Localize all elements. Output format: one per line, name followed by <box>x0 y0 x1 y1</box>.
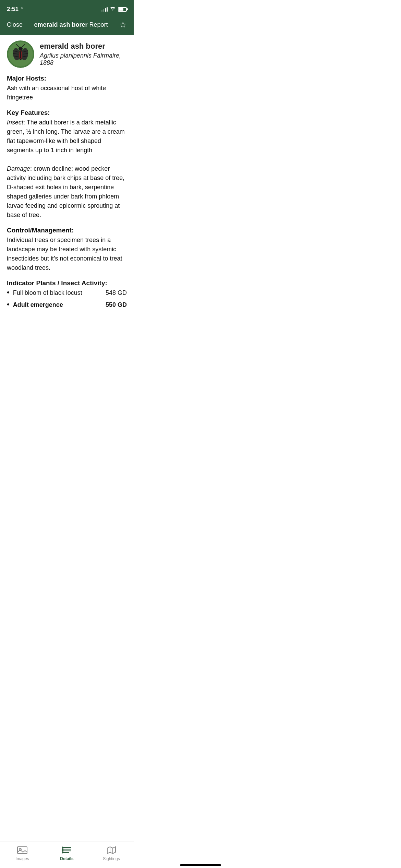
list-item: Full bloom of black locust 548 GD <box>7 288 127 298</box>
pest-info: emerald ash borer Agrilus planipennis Fa… <box>40 42 127 67</box>
insect-label: Insect <box>7 119 23 126</box>
key-features-section: Key Features: Insect: The adult borer is… <box>7 109 127 220</box>
control-section: Control/Management: Individual trees or … <box>7 227 127 273</box>
major-hosts-title: Major Hosts: <box>7 75 127 82</box>
control-title: Control/Management: <box>7 227 127 234</box>
major-hosts-body: Ash with an occasional host of white fri… <box>7 84 127 102</box>
nav-bar: Close emerald ash borer Report ☆ <box>0 17 134 35</box>
indicator-item-2-gd: 550 GD <box>106 300 127 310</box>
pest-name-title: emerald ash borer <box>34 21 87 28</box>
damage-paragraph: Damage: crown decline; wood pecker activ… <box>7 164 127 220</box>
indicator-section: Indicator Plants / Insect Activity: Full… <box>7 279 127 310</box>
control-body: Individual trees or specimen trees in a … <box>7 236 127 273</box>
indicator-title: Indicator Plants / Insect Activity: <box>7 279 127 287</box>
scientific-name: Agrilus planipennis Fairmaire, 1888 <box>40 52 127 67</box>
pest-avatar <box>7 40 34 68</box>
time-label: 2:51 <box>7 6 19 13</box>
battery-icon <box>118 7 127 12</box>
main-content: emerald ash borer Agrilus planipennis Fa… <box>0 35 134 356</box>
report-text: Report <box>89 21 108 28</box>
insect-paragraph: Insect: The adult borer is a dark metall… <box>7 118 127 155</box>
indicator-item-1-text: Full bloom of black locust <box>13 288 103 298</box>
indicator-list: Full bloom of black locust 548 GD Adult … <box>7 288 127 310</box>
key-features-body: Insect: The adult borer is a dark metall… <box>7 118 127 220</box>
location-icon <box>20 7 24 12</box>
favorite-button[interactable]: ☆ <box>119 20 127 29</box>
nav-title: emerald ash borer Report <box>34 21 108 28</box>
signal-icon <box>101 7 108 12</box>
key-features-title: Key Features: <box>7 109 127 117</box>
close-button[interactable]: Close <box>7 21 23 28</box>
status-icons <box>101 7 127 12</box>
status-time: 2:51 <box>7 6 24 13</box>
wifi-icon <box>110 7 116 12</box>
pest-image <box>8 42 33 67</box>
list-item: Adult emergence 550 GD <box>7 300 127 310</box>
common-name: emerald ash borer <box>40 42 127 51</box>
pest-header: emerald ash borer Agrilus planipennis Fa… <box>7 40 127 68</box>
indicator-item-1-gd: 548 GD <box>106 288 127 298</box>
indicator-item-2-text: Adult emergence <box>13 300 103 310</box>
status-bar: 2:51 <box>0 0 134 17</box>
major-hosts-section: Major Hosts: Ash with an occasional host… <box>7 75 127 102</box>
damage-label: Damage <box>7 165 30 172</box>
